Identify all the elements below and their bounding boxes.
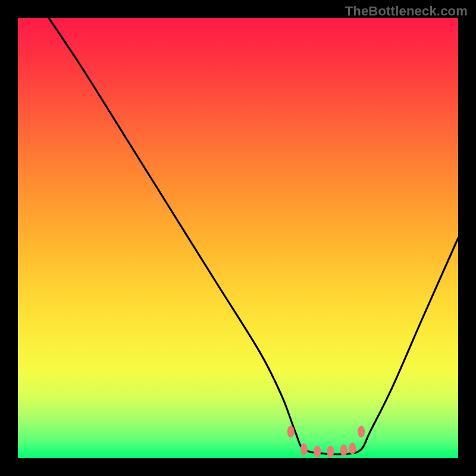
curve-overlay-svg	[18, 18, 458, 458]
valley-marker-left	[287, 426, 295, 438]
gradient-plot-area	[18, 18, 458, 458]
valley-floor-1	[300, 443, 308, 455]
valley-floor-3	[327, 446, 334, 458]
valley-floor-4	[340, 444, 347, 456]
valley-floor-5	[349, 443, 356, 455]
valley-marker-right	[358, 426, 365, 438]
chart-container: TheBottleneck.com	[0, 0, 476, 476]
valley-floor-2	[314, 446, 321, 458]
bottleneck-curve-line	[18, 18, 458, 455]
watermark-text: TheBottleneck.com	[345, 4, 468, 19]
